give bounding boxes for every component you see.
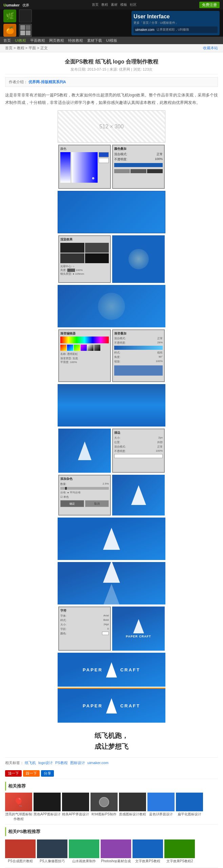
top-banner: 🌿 🍊 User Interface 更多「首页 / 分享 · UI图标套件」 … (0, 10, 223, 37)
subnav-home[interactable]: 首页 (3, 38, 11, 43)
tut-label-3: 山水画效果制作 (69, 859, 99, 863)
tag-4[interactable]: 图标设计 (70, 761, 85, 765)
step12-container: 字符 字体:Arial 样式:Bold 大小:24pt 字距:0 颜色: PAP… (5, 607, 218, 651)
tut-item-2[interactable]: PS人像修图技巧 (37, 839, 67, 863)
tutorial-image-blue-2 (58, 285, 165, 327)
filter-dialog: 渲染效果 光晕中心: ○ 亮度: ████ 100% 镜头类型: ● 105mm (58, 235, 111, 283)
banner-title: User Interface (134, 13, 218, 20)
related-item-1[interactable]: 🎈 漂亮的气球图标制作教程 (5, 793, 32, 821)
paper-craft-banner-1: PAPER CRAFT (58, 653, 165, 687)
digg-button[interactable]: 顶一下 (5, 770, 22, 777)
site-logo[interactable]: uumaker 优界 (3, 2, 29, 8)
tutorial-image-blue-3 (58, 384, 165, 427)
subnav-template[interactable]: UI模板 (106, 38, 117, 43)
banner-icon-1: 🌿 (3, 10, 16, 22)
related-item-2[interactable]: 黑色APP图标设计 (34, 793, 61, 821)
tut-item-6[interactable]: 文字效果PS教程2 (164, 839, 195, 863)
pc-plane-icon (106, 662, 117, 677)
tut-thumb-1 (5, 839, 36, 858)
layer-panel: 颜色叠加 混合模式:正常 不透明度:100% (112, 145, 165, 189)
plane-step-1 (58, 429, 111, 473)
tut-item-5[interactable]: 文字效果PS教程 (133, 839, 163, 863)
blue-plane-preview (112, 475, 165, 516)
nav-material[interactable]: 素材 (111, 2, 118, 7)
related-label-6: 蓝色UI界面设计 (147, 812, 175, 817)
paper-label-2: PAPER (83, 703, 103, 708)
site-header: uumaker 优界 首页 教程 素材 模板 社区 免费注册 (0, 0, 223, 10)
related2-section: 相关PS教程推荐 PS合成图片教程 PS人像修图技巧 山水画效果制作 Photo… (5, 824, 218, 867)
related-label-2: 黑色APP图标设计 (34, 812, 61, 817)
craft-label-2: CRAFT (120, 703, 140, 708)
tutorial-image-1: 512 × 300 (58, 110, 165, 143)
subnav-material[interactable]: 素材下载 (87, 38, 102, 43)
paper-label: PAPER (83, 667, 103, 672)
craft-label: CRAFT (120, 667, 140, 672)
related-label-1: 漂亮的气球图标制作教程 (5, 812, 32, 821)
paper-craft-banner-2: PAPER CRAFT (58, 689, 165, 723)
banner-thumb-1 (19, 10, 32, 22)
related-label-7: 扁平化图标设计 (176, 812, 203, 817)
subnav-web[interactable]: 网页教程 (49, 38, 64, 43)
related-item-3[interactable]: 精美APP界面设计 (62, 793, 89, 821)
related-thumb-6 (147, 793, 175, 811)
tut-item-4[interactable]: Photoshop素材合成 (101, 839, 131, 863)
plane-triangle (103, 528, 120, 550)
tut-thumb-5 (133, 839, 163, 858)
step8-container: 描边 大小:2px 位置:外部 混合模式:正常 不透明度:100% (5, 429, 218, 473)
related-item-4[interactable]: 时钟图标PS制作 (90, 793, 118, 821)
article-content: 全面PS教程 纸飞机 logo 合理制作教程 发布日期: 2013-07-15 … (0, 52, 223, 868)
step2-container: 颜色 颜色叠加 混合模式:正常 不透明度:100% (5, 145, 218, 189)
banner-icon-2: 🍊 (3, 24, 16, 37)
register-button[interactable]: 免费注册 (199, 2, 220, 8)
tut-thumb-6 (164, 839, 195, 858)
bury-button[interactable]: 踩一下 (23, 770, 40, 777)
step4-container: 渲染效果 光晕中心: ○ 亮度: ████ 100% 镜头类型: ● 105mm (5, 235, 218, 283)
nav-home[interactable]: 首页 (92, 2, 99, 7)
banner-subtitle: 更多「首页 / 分享 · UI图标套件」 (134, 21, 218, 25)
main-content: 首页 > 教程 > 平面 > 正文 收藏本站 全面PS教程 纸飞机 logo 合… (0, 44, 223, 868)
related-label-5: 质感图标设计教程 (119, 812, 146, 817)
tutorial-image-plane-1 (58, 518, 165, 560)
subnav-flat[interactable]: 平面教程 (30, 38, 45, 43)
tut-thumb-4 (101, 839, 131, 858)
tut-thumb-3 (69, 839, 99, 858)
blue-glow-image (112, 235, 165, 283)
nav-tutorial[interactable]: 教程 (101, 2, 108, 7)
related-item-7[interactable]: 扁平化图标设计 (176, 793, 203, 821)
related-thumb-7 (176, 793, 203, 811)
tag-2[interactable]: logo设计 (38, 761, 53, 765)
tag-1[interactable]: 纸飞机 (25, 761, 36, 765)
article-meta: 发布日期: 2013-07-15 | 来源: 优界网 | 浏览: 123次 (5, 67, 218, 74)
related-item-6[interactable]: 蓝色UI界面设计 (147, 793, 175, 821)
related-label-3: 精美APP界面设计 (62, 812, 89, 817)
related-title: 相关推荐 (5, 782, 218, 791)
related-section: 相关推荐 🎈 漂亮的气球图标制作教程 黑色APP图标设计 精美APP界面设计 (5, 779, 218, 824)
banner-icons: 🌿 🍊 (3, 10, 32, 37)
subnav-effect[interactable]: 特效教程 (68, 38, 83, 43)
banner-url-box: uimaker.com 让界面更精彩，U到极致 (134, 26, 218, 33)
tags-section: 相关标签： 纸飞机 logo设计 PS教程 图标设计 uimaker.com (5, 757, 218, 768)
related-grid: 🎈 漂亮的气球图标制作教程 黑色APP图标设计 精美APP界面设计 时钟图 (5, 793, 218, 821)
tut-label-4: Photoshop素材合成 (101, 859, 131, 863)
related-thumb-4 (90, 793, 118, 811)
banner-thumb-2 (19, 24, 32, 37)
tag-3[interactable]: PS教程 (55, 761, 68, 765)
related-label-4: 时钟图标PS制作 (90, 812, 118, 817)
step6-container: 渐变编辑器 名称: 透明彩虹 渐变类型: 实底 平滑度: 100% 渐变叠 (5, 329, 218, 382)
plane-shadow (103, 584, 120, 606)
gradient-editor-dialog: 渐变编辑器 名称: 透明彩虹 渐变类型: 实底 平滑度: 100% (58, 329, 111, 382)
related-item-5[interactable]: 质感图标设计教程 (119, 793, 146, 821)
tut-item-3[interactable]: 山水画效果制作 (69, 839, 99, 863)
tag-5[interactable]: uimaker.com (87, 761, 108, 765)
color-dialog: 颜色 (58, 145, 111, 189)
nav-template[interactable]: 模板 (120, 2, 127, 7)
banner-ad[interactable]: User Interface 更多「首页 / 分享 · UI图标套件」 uima… (131, 11, 220, 35)
nav-community[interactable]: 社区 (130, 2, 137, 7)
tut-row-2: PS合成图片教程 PS人像修图技巧 山水画效果制作 Photoshop素材合成 … (5, 838, 218, 865)
tut-label-6: 文字效果PS教程2 (164, 859, 195, 863)
subnav-ui[interactable]: UI教程 (15, 38, 26, 43)
tut-item-1[interactable]: PS合成图片教程 (5, 839, 36, 863)
article-title: 全面PS教程 纸飞机 logo 合理制作教程 (5, 56, 218, 67)
related2-title: 相关PS教程推荐 (5, 827, 218, 836)
share-button[interactable]: 分享 (41, 770, 54, 777)
